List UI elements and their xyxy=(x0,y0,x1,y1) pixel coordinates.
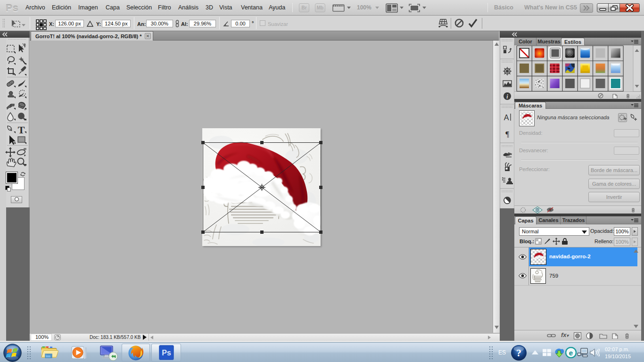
svg-text:T: T xyxy=(18,124,25,136)
svg-text:e: e xyxy=(569,349,573,357)
svg-text:Ps: Ps xyxy=(162,349,171,357)
svg-text:¶: ¶ xyxy=(505,130,509,139)
svg-text:A: A xyxy=(504,114,509,122)
svg-text:?: ? xyxy=(516,347,521,359)
